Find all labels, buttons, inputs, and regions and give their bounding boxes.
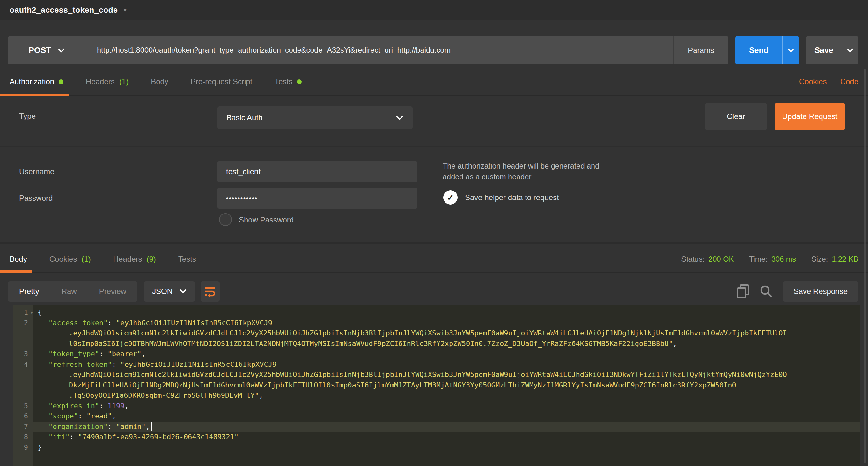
request-title-dropdown-icon[interactable]: ▼ [123, 8, 127, 13]
code-token: , [259, 391, 263, 399]
code-token: DkzMjEiLCJleHAiOjE1NDg2MDQzNjUsImF1dGhvc… [69, 381, 736, 389]
cookies-link[interactable]: Cookies [799, 77, 827, 86]
request-tab-body[interactable]: Body [151, 68, 168, 95]
tab-label: Tests [275, 77, 292, 86]
search-icon [759, 284, 773, 298]
code-token: "token_type" [49, 350, 99, 358]
response-tabs-group: BodyCookies(1)Headers(9)Tests [9, 246, 218, 272]
view-tab-raw[interactable]: Raw [51, 281, 88, 302]
request-tab-tests[interactable]: Tests [275, 68, 302, 95]
code-token: "jti" [49, 433, 69, 441]
code-token: : [78, 412, 87, 420]
password-input[interactable]: ••••••••••• [217, 188, 417, 209]
request-tab-pre-request-script[interactable]: Pre-request Script [191, 68, 252, 95]
wrap-text-button[interactable] [200, 281, 220, 302]
update-request-button[interactable]: Update Request [775, 103, 845, 130]
line-number [13, 339, 33, 349]
tab-label: Tests [178, 255, 196, 264]
params-button[interactable]: Params [674, 36, 728, 64]
username-input[interactable]: test_client [217, 161, 417, 182]
tab-label: Cookies [50, 255, 77, 264]
copy-icon [736, 284, 750, 299]
request-tab-links: Cookies Code [799, 77, 859, 86]
code-token: 1199 [107, 402, 124, 410]
auth-helper-line2: added as a custom header [443, 171, 599, 182]
line-number: 1▼ [13, 308, 33, 318]
save-label[interactable]: Save [806, 36, 842, 64]
fold-toggle-icon[interactable]: ▼ [31, 308, 33, 318]
vertical-scrollbar[interactable] [864, 69, 866, 463]
save-button[interactable]: Save [806, 36, 859, 64]
show-password-radio[interactable] [219, 213, 232, 226]
code-line-3: 3"token_type": "bearer", [13, 349, 860, 359]
response-format-select[interactable]: JSON [144, 281, 195, 302]
request-tabs-group: AuthorizationHeaders(1)BodyPre-request S… [9, 68, 324, 95]
code-token: : [107, 319, 116, 327]
code-line-6: 6"scope": "read", [13, 411, 860, 421]
show-password-label: Show Password [239, 215, 294, 224]
url-input[interactable]: http://host1:8000/oauth/token?grant_type… [86, 36, 674, 64]
request-title[interactable]: oauth2_access_token_code [9, 5, 118, 15]
green-status-dot-icon [297, 80, 302, 84]
tab-label: Body [151, 77, 168, 86]
auth-type-value: Basic Auth [226, 113, 262, 122]
code-line-wrap: DkzMjEiLCJleHAiOjE1NDg2MDQzNjUsImF1dGhvc… [13, 380, 860, 391]
code-token: : [69, 433, 78, 441]
clear-button[interactable]: Clear [705, 103, 767, 130]
line-number [13, 370, 33, 380]
code-link[interactable]: Code [840, 77, 859, 86]
code-token: .eyJhdWQiOlsicm91cmNlc2lkIiwidGVzdCJdLCJ… [69, 371, 787, 379]
method-label: POST [29, 45, 51, 55]
request-tab-authorization[interactable]: Authorization [9, 68, 63, 95]
code-text: DkzMjEiLCJleHAiOjE1NDg2MDQzNjUsImF1dGhvc… [33, 380, 860, 391]
status-label: Status: [681, 255, 705, 264]
view-tab-pretty[interactable]: Pretty [8, 281, 51, 302]
code-text: l0sImp0aSI6Ijc0OTBhMWJmLWVhOTMtNDI2OS1iZ… [33, 339, 860, 349]
code-text: .TqS0oyO0IP1a6DKROsqbm-C9ZFrbSGlFh969DLv… [33, 390, 860, 401]
code-token: , [112, 412, 116, 420]
code-token: .eyJhdWQiOlsicm91cmNlc2lkIiwidGVzdCJdLCJ… [69, 329, 787, 337]
code-text: "jti": "7490a1bf-ea93-4269-bd26-0643c148… [33, 432, 860, 442]
response-tab-body[interactable]: Body [9, 246, 27, 272]
code-token: : [112, 360, 121, 368]
code-token: "eyJhbGciOiJIUzI1NiIsInR5cCI6IkpXVCJ9 [120, 360, 276, 368]
auth-type-select[interactable]: Basic Auth [217, 106, 413, 129]
chevron-down-icon [787, 48, 794, 53]
response-tab-tests[interactable]: Tests [178, 246, 196, 272]
save-options-button[interactable] [842, 36, 859, 64]
response-status-bar: Status:200 OKTime:306 msSize:1.22 KB [681, 255, 859, 264]
response-body-viewer[interactable]: 1▼{2"access_token": "eyJhbGciOiJIUzI1NiI… [13, 305, 860, 466]
response-tab-cookies[interactable]: Cookies(1) [50, 246, 91, 272]
response-format-value: JSON [152, 287, 173, 296]
code-line-wrap: .eyJhdWQiOlsicm91cmNlc2lkIiwidGVzdCJdLCJ… [13, 370, 860, 380]
search-response-button[interactable] [759, 284, 773, 298]
copy-response-button[interactable] [736, 284, 750, 299]
request-tab-headers[interactable]: Headers(1) [86, 68, 128, 95]
send-button[interactable]: Send [735, 36, 799, 64]
code-text: "token_type": "bearer", [33, 349, 860, 359]
code-line-1: 1▼{ [13, 308, 860, 318]
code-token: "expires_in" [49, 402, 99, 410]
text-cursor [151, 422, 152, 431]
method-selector[interactable]: POST [8, 36, 86, 64]
response-tab-headers[interactable]: Headers(9) [113, 246, 156, 272]
tab-count-badge: (1) [81, 255, 91, 264]
code-token: , [673, 340, 677, 348]
code-line-wrap: .TqS0oyO0IP1a6DKROsqbm-C9ZFrbSGlFh969DLv… [13, 390, 860, 401]
send-label[interactable]: Send [735, 36, 782, 64]
response-tabs-bar: BodyCookies(1)Headers(9)Tests Status:200… [0, 242, 868, 272]
save-helper-checkbox[interactable]: ✓ [443, 190, 458, 205]
code-token: : [99, 402, 108, 410]
code-token: , [141, 350, 146, 358]
send-options-button[interactable] [782, 36, 799, 64]
view-tab-preview[interactable]: Preview [88, 281, 137, 302]
tab-count-badge: (9) [146, 255, 156, 264]
tab-label: Pre-request Script [191, 77, 252, 86]
status-value: 200 OK [708, 255, 734, 264]
chevron-down-icon [847, 48, 854, 53]
status-value: 306 ms [771, 255, 796, 264]
username-label: Username [19, 167, 55, 176]
code-text: } [33, 442, 860, 453]
save-response-button[interactable]: Save Response [783, 281, 859, 302]
code-token: .TqS0oyO0IP1a6DKROsqbm-C9ZFrbSGlFh969DLv… [69, 391, 259, 399]
